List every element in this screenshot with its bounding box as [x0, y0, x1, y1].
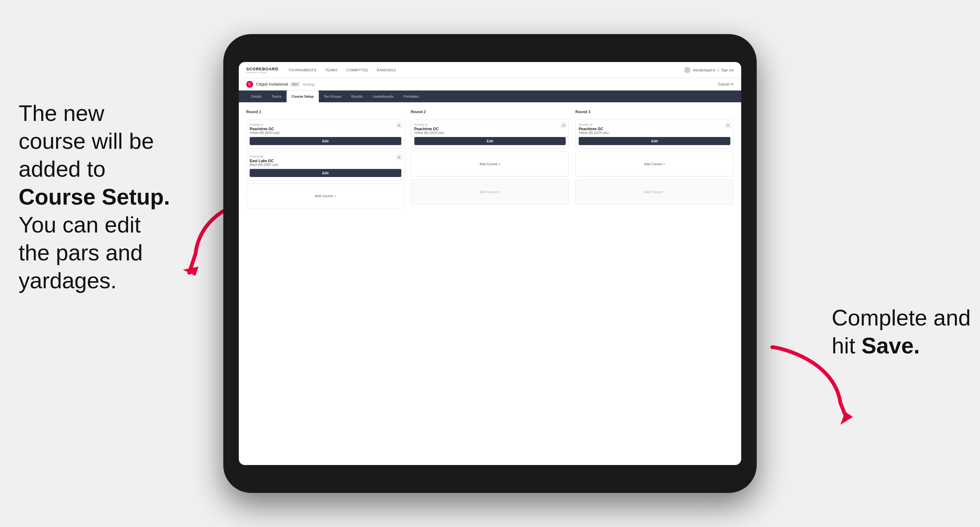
main-content: Round 1 ⊗ (Course A) Peachtree GC Yellow…	[239, 102, 741, 465]
round-1-course-b-edit-button[interactable]: Edit	[250, 169, 401, 177]
round-3-course-a-details: Yellow (M) (6629 yds)	[579, 131, 730, 135]
round-1-course-a-badge: (Course A)	[250, 123, 401, 126]
round-1-label: Round 1	[246, 110, 405, 114]
round-2-add-course-disabled-label: Add Course +	[479, 190, 501, 194]
round-3-course-a-delete-button[interactable]: ⊗	[725, 122, 731, 128]
separator: |	[718, 68, 719, 72]
rounds-container: Round 1 ⊗ (Course A) Peachtree GC Yellow…	[246, 110, 734, 208]
arrow-right-icon	[760, 341, 865, 428]
user-avatar	[684, 67, 690, 73]
round-1-column: Round 1 ⊗ (Course A) Peachtree GC Yellow…	[246, 110, 405, 208]
round-2-add-course-button[interactable]: Add Course +	[411, 152, 570, 176]
round-2-course-a-name: Peachtree GC	[414, 127, 566, 131]
round-1-course-a-delete-button[interactable]: ⊗	[396, 122, 402, 128]
tab-leaderboards[interactable]: Leaderboards	[368, 90, 399, 102]
nav-link-committee[interactable]: COMMITTEE	[347, 68, 368, 72]
round-3-label: Round 3	[575, 110, 734, 114]
round-2-label: Round 2	[411, 110, 570, 114]
round-1-add-course-label: Add Course +	[315, 194, 336, 198]
logo-main: SCOREBOARD	[246, 67, 278, 71]
tab-tee-groups[interactable]: Tee Groups	[319, 90, 347, 102]
tournament-bar: C Clippd Invitational Men Hosting Cancel…	[239, 78, 741, 90]
sign-out-link[interactable]: Sign out	[721, 68, 734, 72]
tab-course-setup[interactable]: Course Setup	[286, 90, 319, 102]
annotation-left: The new course will be added to Course S…	[19, 99, 170, 295]
round-2-column: Round 2 ⊗ (Course A) Peachtree GC Yellow…	[411, 110, 570, 208]
round-1-course-a-name: Peachtree GC	[250, 127, 401, 131]
logo-sub: Powered by clippd	[246, 71, 278, 73]
cancel-button[interactable]: Cancel ✕	[718, 82, 734, 86]
round-3-add-course-disabled: Add Course +	[575, 179, 734, 204]
nav-link-rankings[interactable]: RANKINGS	[377, 68, 396, 72]
round-1-course-a-edit-button[interactable]: Edit	[250, 137, 401, 145]
round-2-course-a-card: ⊗ (Course A) Peachtree GC Yellow (M) (66…	[411, 120, 570, 149]
sub-nav: Details Teams Course Setup Tee Groups Re…	[239, 90, 741, 102]
tab-printables[interactable]: Printables	[399, 90, 424, 102]
round-1-course-b-card: ⊗ (Course B) East Lake GC Black (M) (689…	[246, 152, 405, 181]
tournament-status: Hosting	[303, 83, 314, 86]
tournament-name: Clippd Invitational	[256, 82, 288, 86]
round-1-course-a-card: ⊗ (Course A) Peachtree GC Yellow (M) (66…	[246, 120, 405, 149]
round-1-course-a-details: Yellow (M) (6629 yds)	[250, 131, 401, 135]
round-3-course-a-edit-button[interactable]: Edit	[579, 137, 730, 145]
nav-link-teams[interactable]: TEAMS	[325, 68, 337, 72]
tournament-gender-badge: Men	[291, 82, 300, 86]
round-1-course-b-badge: (Course B)	[250, 155, 401, 158]
round-3-add-course-label: Add Course +	[644, 162, 665, 166]
top-nav-links: TOURNAMENTS TEAMS COMMITTEE RANKINGS	[288, 68, 684, 72]
tournament-logo: C	[246, 81, 253, 88]
scoreboard-logo: SCOREBOARD Powered by clippd	[246, 67, 278, 73]
user-email: blair@clippd.io	[693, 68, 715, 72]
round-3-add-course-button[interactable]: Add Course +	[575, 152, 734, 176]
tab-results[interactable]: Results	[346, 90, 368, 102]
svg-marker-1	[840, 412, 853, 425]
round-2-course-a-delete-button[interactable]: ⊗	[561, 122, 566, 128]
round-3-column: Round 3 ⊗ (Course A) Peachtree GC Yellow…	[575, 110, 734, 208]
round-3-add-course-disabled-label: Add Course +	[644, 190, 665, 194]
round-3-course-a-name: Peachtree GC	[579, 127, 730, 131]
round-2-course-a-edit-button[interactable]: Edit	[414, 137, 566, 145]
top-nav: SCOREBOARD Powered by clippd TOURNAMENTS…	[239, 62, 741, 78]
tab-details[interactable]: Details	[246, 90, 267, 102]
top-nav-right: blair@clippd.io | Sign out	[684, 67, 734, 73]
tablet-screen: SCOREBOARD Powered by clippd TOURNAMENTS…	[239, 62, 741, 465]
round-2-add-course-label: Add Course +	[479, 162, 501, 166]
round-1-course-b-name: East Lake GC	[250, 159, 401, 163]
round-3-course-a-card: ⊗ (Course A) Peachtree GC Yellow (M) (66…	[575, 120, 734, 149]
round-2-course-a-details: Yellow (M) (6629 yds)	[414, 131, 566, 135]
round-1-course-b-delete-button[interactable]: ⊗	[396, 154, 402, 160]
round-1-course-b-details: Black (M) (6891 yds)	[250, 163, 401, 167]
round-3-course-a-badge: (Course A)	[579, 123, 730, 126]
round-1-add-course-button[interactable]: Add Course +	[246, 184, 405, 208]
round-2-add-course-disabled: Add Course +	[411, 179, 570, 204]
nav-link-tournaments[interactable]: TOURNAMENTS	[288, 68, 316, 72]
round-2-course-a-badge: (Course A)	[414, 123, 566, 126]
tab-teams[interactable]: Teams	[267, 90, 286, 102]
tablet-frame: SCOREBOARD Powered by clippd TOURNAMENTS…	[223, 34, 757, 493]
